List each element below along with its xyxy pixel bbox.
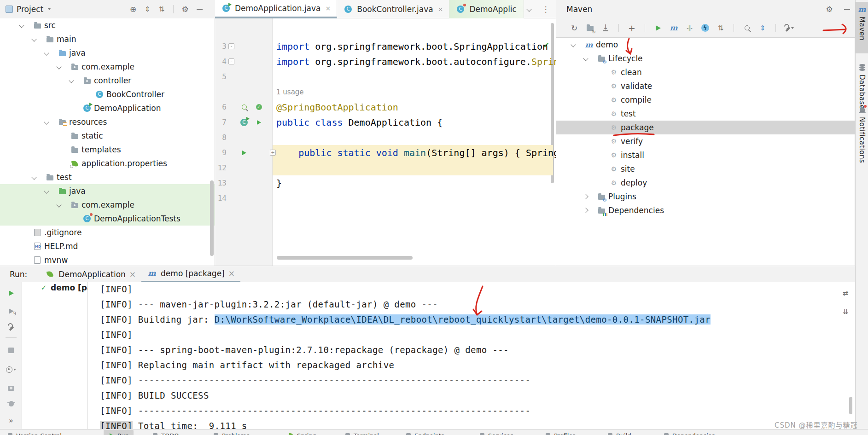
console-scrollbar[interactable] <box>849 397 852 414</box>
maven-item-verify[interactable]: ⚙verify <box>556 134 855 148</box>
settings-icon[interactable]: ⚙ <box>824 5 834 14</box>
maven-item-deploy[interactable]: ⚙deploy <box>556 176 855 190</box>
project-item-demoapplicationtests[interactable]: CDemoApplicationTests <box>0 212 215 226</box>
run-tab-demoapplication[interactable]: DemoApplication× <box>39 266 141 283</box>
chevron-down-icon[interactable] <box>56 202 61 207</box>
project-item-templates[interactable]: templates <box>0 143 215 157</box>
close-icon[interactable]: × <box>326 5 331 12</box>
expand-icon[interactable]: ⇕ <box>757 23 768 33</box>
chevron-down-icon[interactable] <box>31 174 36 180</box>
analyze-icon[interactable] <box>742 23 752 33</box>
project-scrollbar[interactable] <box>210 180 214 256</box>
fold-marker-icon[interactable]: - <box>228 43 234 49</box>
editor-tab-demoapplication-java[interactable]: CDemoApplication.java× <box>215 0 337 18</box>
build-wrench-icon[interactable] <box>6 323 16 332</box>
maven-item-install[interactable]: ⚙install <box>556 148 855 162</box>
lightning-icon[interactable]: ϟ <box>700 23 710 33</box>
maven-item-lifecycle[interactable]: ⚙Lifecycle <box>556 52 855 65</box>
editor-hscrollbar[interactable] <box>277 256 413 260</box>
editor-tab-demoapplic[interactable]: CDemoApplic <box>449 0 524 18</box>
maven-item-dependencies[interactable]: Dependencies <box>556 203 855 217</box>
project-item-main[interactable]: main <box>0 32 215 46</box>
overflow-icon[interactable]: » <box>6 416 16 425</box>
run-console[interactable]: [INFO][INFO] --- maven-jar-plugin:3.2.2:… <box>88 282 855 429</box>
project-item-demoapplication[interactable]: CDemoApplication <box>0 101 215 115</box>
skip-tests-icon[interactable]: -‖- <box>684 23 694 33</box>
close-icon[interactable]: × <box>129 270 136 279</box>
fold-expand-icon[interactable]: + <box>270 150 276 156</box>
chevron-down-icon[interactable] <box>583 56 588 61</box>
chevron-down-icon[interactable] <box>44 119 49 124</box>
stripe-button-notifications[interactable]: Notifications <box>856 102 868 152</box>
project-item-com-example[interactable]: com.example <box>0 60 215 74</box>
hide-icon[interactable] <box>194 5 204 14</box>
settings-icon[interactable]: ⚙ <box>180 5 190 14</box>
run-small-icon[interactable] <box>254 118 264 127</box>
profiler-icon[interactable] <box>6 399 16 408</box>
chevron-down-icon[interactable] <box>44 50 49 55</box>
project-item-src[interactable]: src <box>0 18 215 32</box>
sync-folder-icon[interactable]: ↻ <box>585 23 595 33</box>
run-tab-demo-package-[interactable]: mdemo [package]× <box>141 266 240 283</box>
soft-wrap-icon[interactable]: ⇄ <box>840 289 851 298</box>
statusbar-item-spring[interactable]: Spring <box>288 431 316 435</box>
chevron-down-icon[interactable] <box>48 8 51 10</box>
project-item--gitignore[interactable]: .gitignore <box>0 226 215 239</box>
chevron-down-icon[interactable] <box>19 23 24 28</box>
statusbar-item-version-control[interactable]: Version Control <box>7 431 62 435</box>
fold-marker-icon[interactable]: - <box>228 58 234 64</box>
refresh-icon[interactable]: ↻ <box>569 23 579 33</box>
maven-item-plugins[interactable]: ⚙Plugins <box>556 190 855 203</box>
expand-all-icon[interactable]: ⇕ <box>142 5 152 14</box>
statusbar-item-run[interactable]: Run <box>104 430 134 435</box>
statusbar-item-terminal[interactable]: Terminal <box>344 431 379 435</box>
maven-item-clean[interactable]: ⚙clean <box>556 65 855 79</box>
maven-m-icon[interactable]: m <box>669 23 679 33</box>
wrench-icon[interactable] <box>784 23 794 33</box>
chevron-down-icon[interactable] <box>524 5 534 14</box>
project-item-java[interactable]: java <box>0 46 215 60</box>
eye-icon[interactable] <box>6 365 16 374</box>
run-small-icon[interactable] <box>239 148 249 157</box>
stripe-button-database[interactable]: Database <box>856 60 868 99</box>
chevron-down-icon[interactable] <box>56 64 61 69</box>
add-icon[interactable]: + <box>627 23 637 33</box>
chevron-right-icon[interactable] <box>583 208 588 213</box>
statusbar-item-todo[interactable]: TODO <box>152 431 179 435</box>
bean-check-icon[interactable]: ✓ <box>254 103 264 112</box>
maven-item-test[interactable]: ⚙test <box>556 107 855 121</box>
locate-icon[interactable]: ⊕ <box>128 5 138 14</box>
run-icon[interactable] <box>653 23 663 33</box>
scroll-end-icon[interactable]: ⇊ <box>840 307 851 316</box>
maven-item-package[interactable]: ⚙package <box>556 121 855 134</box>
statusbar-item-build[interactable]: Build <box>607 431 631 435</box>
chevron-down-icon[interactable] <box>31 36 36 41</box>
statusbar-item-dependencies[interactable]: Dependencies <box>663 431 715 435</box>
camera-icon[interactable] <box>6 383 16 393</box>
project-item-bookcontroller[interactable]: CBookController <box>0 87 215 101</box>
hide-icon[interactable] <box>842 5 852 14</box>
maven-panel-title[interactable]: Maven <box>566 5 592 14</box>
rerun-failed-icon[interactable]: 9 <box>6 307 16 316</box>
stripe-button-maven[interactable]: mMaven <box>856 2 868 53</box>
editor-tab-bookcontroller-java[interactable]: CBookController.java× <box>337 0 449 18</box>
chevron-down-icon[interactable] <box>571 42 576 47</box>
maven-item-site[interactable]: ⚙site <box>556 162 855 176</box>
rerun-icon[interactable] <box>6 289 16 298</box>
chevron-down-icon[interactable] <box>69 78 74 83</box>
project-item-java[interactable]: java <box>0 184 215 198</box>
chevron-right-icon[interactable] <box>583 194 588 199</box>
project-item-test[interactable]: test <box>0 170 215 184</box>
project-item-help-md[interactable]: MDHELP.md <box>0 239 215 253</box>
maven-item-compile[interactable]: ⚙compile <box>556 93 855 107</box>
close-icon[interactable]: × <box>228 269 235 278</box>
collapse-icon[interactable]: ⇅ <box>716 23 726 33</box>
statusbar-item-profiler[interactable]: Profiler <box>545 431 575 435</box>
maven-item-validate[interactable]: ⚙validate <box>556 79 855 93</box>
project-item-controller[interactable]: controller <box>0 74 215 87</box>
usage-hint[interactable]: 1 usage <box>276 88 304 96</box>
project-item-mvnw[interactable]: mvnw <box>0 253 215 266</box>
inspection-icon[interactable] <box>239 103 249 112</box>
chevron-down-icon[interactable] <box>44 188 49 193</box>
project-item-application-properties[interactable]: application.properties <box>0 157 215 170</box>
